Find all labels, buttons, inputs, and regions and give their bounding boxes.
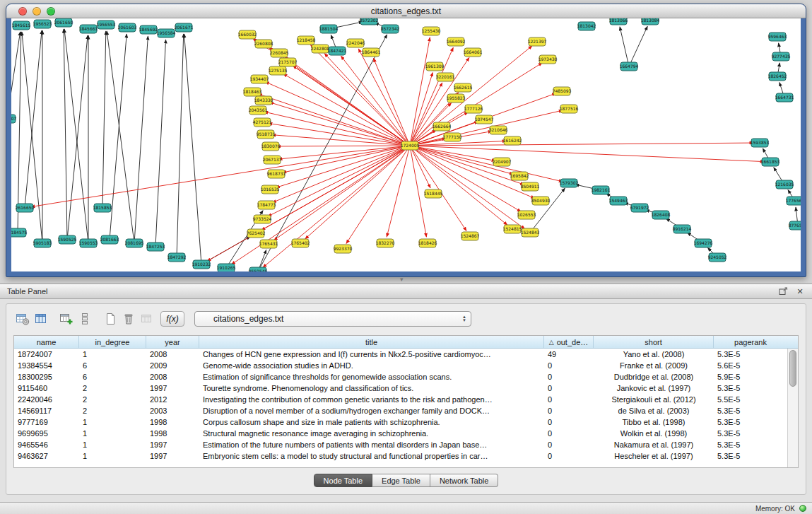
graph-node[interactable]: 1955823 — [447, 94, 466, 103]
column-header-in_degree[interactable]: in_degree — [79, 336, 146, 348]
graph-node[interactable]: 1877516 — [560, 105, 579, 113]
graph-node[interactable]: 1616242 — [503, 136, 522, 145]
graph-node[interactable]: 7625402 — [247, 229, 266, 238]
graph-node[interactable]: 1956584 — [157, 29, 176, 37]
table-row[interactable]: 946362711997Embryonic stem cells: a mode… — [14, 450, 798, 462]
graph-node[interactable]: 1910232 — [192, 260, 211, 269]
close-window-button[interactable] — [18, 7, 27, 16]
graph-node[interactable]: 1695842 — [510, 172, 529, 180]
edge-red[interactable] — [293, 66, 410, 146]
edge-black[interactable] — [102, 31, 106, 208]
float-panel-icon[interactable] — [778, 286, 788, 296]
graph-node[interactable]: 2184507 — [11, 115, 17, 123]
graph-node[interactable]: 9518731 — [257, 130, 276, 139]
graph-node[interactable]: 1847421 — [328, 47, 347, 55]
edge-black[interactable] — [620, 27, 629, 66]
graph-node[interactable]: 9245052 — [708, 253, 727, 262]
minimize-window-button[interactable] — [33, 7, 41, 16]
edge-red[interactable] — [410, 146, 764, 162]
graph-node[interactable]: 1813042 — [577, 22, 596, 30]
graph-node[interactable]: 2175707 — [278, 58, 298, 66]
graph-node[interactable]: 1818426 — [418, 239, 437, 247]
graph-node[interactable]: 1662615 — [454, 83, 473, 92]
edge-black[interactable] — [177, 34, 184, 257]
graph-node[interactable]: 1518445 — [424, 189, 443, 198]
graph-node[interactable]: 2061603 — [118, 23, 137, 32]
table-add-icon[interactable] — [57, 310, 76, 327]
graph-node[interactable]: 1660032 — [238, 30, 257, 39]
graph-node[interactable]: 1813066 — [609, 18, 628, 25]
graph-node[interactable]: 2616650 — [16, 204, 35, 212]
graph-node[interactable]: 8776540 — [789, 221, 801, 230]
edge-black[interactable] — [64, 29, 88, 243]
edge-red[interactable] — [410, 63, 542, 146]
graph-node[interactable]: 2061671 — [175, 23, 194, 32]
graph-node[interactable]: 1845661 — [79, 25, 98, 33]
close-panel-icon[interactable]: ✕ — [795, 286, 805, 296]
table-row[interactable]: 1830029562008Estimation of significance … — [14, 371, 798, 382]
edge-red[interactable] — [268, 146, 410, 216]
graph-node[interactable]: 1847253 — [146, 243, 165, 251]
graph-node[interactable]: 2184575 — [11, 228, 28, 237]
edge-black[interactable] — [184, 34, 201, 264]
network-window-titlebar[interactable]: citations_edges.txt — [6, 4, 806, 18]
graph-node[interactable]: 1961309 — [425, 62, 445, 71]
graph-node[interactable]: 1818463 — [243, 88, 262, 96]
network-canvas[interactable]: 1724005166003222608082260845217570712751… — [11, 18, 801, 271]
graph-node[interactable]: 2260845 — [270, 49, 289, 57]
graph-node[interactable]: 1815853 — [93, 204, 112, 212]
graph-node[interactable]: 1777150 — [443, 133, 462, 141]
graph-node[interactable]: 5905183 — [33, 239, 52, 247]
graph-node[interactable]: 1255430 — [422, 27, 441, 35]
column-header-title[interactable]: title — [199, 336, 544, 348]
graph-node[interactable]: 1765431 — [259, 240, 278, 248]
table-row[interactable]: 977716911998Corpus callosum shape and si… — [14, 416, 798, 428]
graph-node[interactable]: 2067137 — [263, 156, 282, 164]
table-vertical-scrollbar[interactable] — [787, 349, 798, 467]
graph-node[interactable]: 1216035 — [775, 180, 794, 189]
graph-node[interactable]: 1524815 — [503, 225, 522, 233]
table-row[interactable]: 1456911722003Disruption of a novel membe… — [14, 405, 798, 416]
table-settings-icon[interactable] — [13, 310, 32, 327]
graph-node[interactable]: 1845692 — [139, 25, 158, 34]
graph-node[interactable]: 1221397 — [528, 37, 547, 46]
tab-edge-table[interactable]: Edge Table — [372, 474, 430, 487]
edge-red[interactable] — [346, 146, 410, 243]
graph-node[interactable]: 9596463 — [768, 33, 787, 41]
graph-node[interactable]: 1832270 — [376, 239, 395, 247]
graph-node[interactable]: 2260808 — [254, 40, 273, 48]
graph-node[interactable]: 1724005 — [401, 141, 420, 150]
edge-black[interactable] — [18, 32, 21, 233]
column-header-year[interactable]: year — [146, 336, 199, 348]
table-row[interactable]: 969969511998Structural magnetic resonanc… — [14, 428, 798, 439]
graph-node[interactable]: 1910265 — [217, 264, 236, 271]
graph-node[interactable]: 1664794 — [620, 62, 639, 71]
edge-red[interactable] — [269, 123, 410, 146]
graph-node[interactable]: 1664092 — [447, 37, 466, 46]
table-row[interactable]: 1872400712008Changes of HCN gene express… — [14, 349, 798, 360]
graph-node[interactable]: 2204907 — [493, 158, 512, 166]
column-header-pagerank[interactable]: pagerank — [714, 336, 787, 348]
delete-table-icon[interactable] — [119, 310, 138, 327]
graph-node[interactable]: 2043561 — [249, 106, 268, 115]
graph-node[interactable]: 9923370 — [334, 245, 353, 253]
graph-node[interactable]: 1593853 — [751, 139, 770, 147]
graph-node[interactable]: 1590553 — [79, 239, 98, 247]
edge-red[interactable] — [305, 146, 410, 239]
graph-node[interactable]: 8916214 — [673, 225, 692, 233]
edge-red[interactable] — [259, 94, 410, 146]
edge-black[interactable] — [11, 32, 20, 119]
edge-black[interactable] — [134, 36, 148, 243]
graph-node[interactable]: 9550545 — [249, 267, 268, 271]
graph-node[interactable]: 1549463 — [609, 197, 628, 205]
graph-node[interactable]: 1830076 — [261, 142, 281, 151]
edge-red[interactable] — [410, 46, 532, 146]
import-table-icon[interactable] — [138, 310, 156, 327]
graph-node[interactable]: 1777126 — [464, 105, 483, 113]
graph-node[interactable]: 1843330 — [254, 96, 273, 105]
graph-node[interactable]: 1784773 — [257, 201, 276, 209]
graph-node[interactable]: 1765402 — [291, 239, 310, 247]
show-columns-icon[interactable] — [32, 310, 50, 327]
graph-node[interactable]: 9733524 — [253, 215, 272, 223]
graph-node[interactable]: 1813084 — [641, 18, 660, 25]
